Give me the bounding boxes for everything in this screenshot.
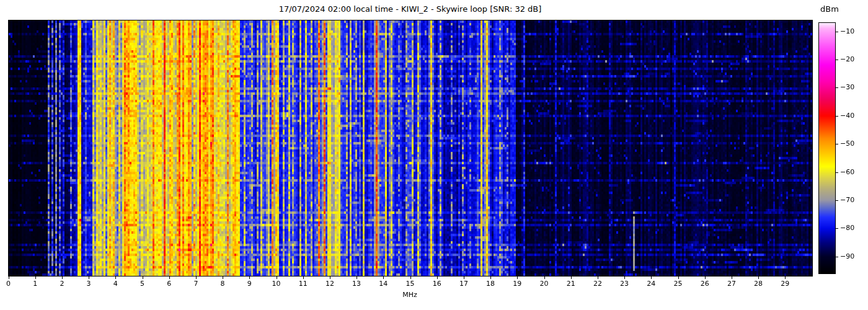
x-tick-mark xyxy=(303,277,304,279)
x-tick-mark xyxy=(517,277,518,279)
colorbar-tick-mark xyxy=(836,144,838,144)
waterfall-canvas xyxy=(9,20,812,276)
x-tick-mark xyxy=(143,277,143,279)
x-tick-mark xyxy=(89,277,89,279)
x-tick-label: 10 xyxy=(267,280,286,288)
x-tick-label: 12 xyxy=(321,280,339,288)
x-tick-mark xyxy=(598,277,598,279)
x-tick-mark xyxy=(62,277,63,279)
waterfall-plot-area xyxy=(8,20,813,277)
x-axis-label: MHz xyxy=(8,291,812,299)
colorbar-label: dBm xyxy=(810,4,849,15)
x-tick-label: 6 xyxy=(160,280,179,288)
colorbar-tick-label: −60 xyxy=(840,168,854,176)
colorbar-tick-label: −90 xyxy=(840,252,854,260)
x-tick-mark xyxy=(35,277,36,279)
x-tick-label: 26 xyxy=(696,280,714,288)
x-tick-mark xyxy=(410,277,411,279)
x-tick-mark xyxy=(330,277,330,279)
x-tick-mark xyxy=(624,277,625,279)
colorbar-tick-mark xyxy=(836,32,838,32)
x-tick-mark xyxy=(9,277,9,279)
colorbar-tick-mark xyxy=(836,200,838,201)
x-tick-mark xyxy=(732,277,732,279)
x-tick-label: 13 xyxy=(347,280,366,288)
colorbar-tick-label: −20 xyxy=(840,55,854,63)
colorbar-gradient-canvas xyxy=(819,23,835,273)
x-tick-label: 15 xyxy=(401,280,420,288)
x-tick-label: 9 xyxy=(240,280,259,288)
x-tick-mark xyxy=(277,277,277,279)
x-tick-mark xyxy=(544,277,545,279)
x-tick-mark xyxy=(758,277,759,279)
colorbar-tick-mark xyxy=(836,228,838,229)
x-tick-label: 4 xyxy=(106,280,125,288)
x-tick-label: 17 xyxy=(454,280,473,288)
spectrogram-figure: 17/07/2024 02:00 local time - KIWI_2 - S… xyxy=(0,0,868,310)
x-tick-label: 14 xyxy=(374,280,392,288)
x-tick-mark xyxy=(490,277,491,279)
x-tick-label: 1 xyxy=(26,280,45,288)
x-tick-mark xyxy=(115,277,116,279)
colorbar-tick-label: −40 xyxy=(840,112,854,120)
x-tick-mark xyxy=(249,277,250,279)
colorbar xyxy=(818,22,836,274)
x-tick-label: 27 xyxy=(722,280,741,288)
x-tick-label: 19 xyxy=(508,280,526,288)
x-tick-mark xyxy=(169,277,170,279)
x-tick-mark xyxy=(571,277,572,279)
x-tick-label: 11 xyxy=(294,280,312,288)
colorbar-tick-mark xyxy=(836,116,838,117)
x-tick-mark xyxy=(464,277,464,279)
x-tick-label: 8 xyxy=(213,280,232,288)
x-tick-label: 22 xyxy=(588,280,607,288)
x-tick-mark xyxy=(785,277,786,279)
x-tick-label: 0 xyxy=(0,280,18,288)
x-tick-label: 5 xyxy=(133,280,152,288)
x-tick-mark xyxy=(383,277,384,279)
x-tick-label: 24 xyxy=(642,280,660,288)
x-tick-label: 2 xyxy=(53,280,71,288)
colorbar-tick-label: −80 xyxy=(840,224,854,232)
x-tick-mark xyxy=(356,277,357,279)
x-tick-mark xyxy=(437,277,438,279)
x-tick-label: 18 xyxy=(481,280,500,288)
x-tick-mark xyxy=(705,277,706,279)
x-tick-mark xyxy=(651,277,652,279)
x-tick-mark xyxy=(678,277,679,279)
colorbar-tick-mark xyxy=(836,257,838,257)
x-tick-label: 28 xyxy=(749,280,768,288)
x-tick-label: 16 xyxy=(428,280,446,288)
x-tick-label: 20 xyxy=(535,280,554,288)
x-tick-label: 29 xyxy=(776,280,794,288)
x-tick-label: 3 xyxy=(79,280,98,288)
x-tick-mark xyxy=(223,277,223,279)
chart-title: 17/07/2024 02:00 local time - KIWI_2 - S… xyxy=(8,4,812,15)
colorbar-tick-label: −50 xyxy=(840,140,854,148)
colorbar-tick-mark xyxy=(836,172,838,173)
colorbar-tick-label: −70 xyxy=(840,196,854,204)
colorbar-tick-mark xyxy=(836,60,838,60)
x-tick-label: 25 xyxy=(669,280,688,288)
colorbar-tick-mark xyxy=(836,87,838,88)
x-tick-label: 23 xyxy=(615,280,634,288)
x-tick-label: 7 xyxy=(187,280,205,288)
colorbar-tick-label: −30 xyxy=(840,83,854,91)
x-tick-label: 21 xyxy=(562,280,580,288)
colorbar-tick-label: −10 xyxy=(840,27,854,35)
x-tick-mark xyxy=(196,277,197,279)
